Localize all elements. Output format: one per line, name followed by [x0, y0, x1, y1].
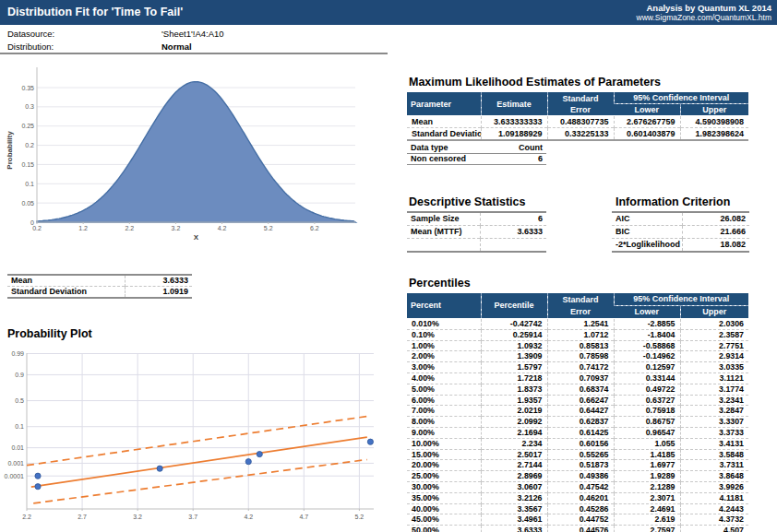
std-line2: Error	[552, 306, 610, 318]
percentiles-table: Percent Percentile Standard Error 95% Co…	[407, 293, 748, 532]
datatype-row: Non censored6	[407, 154, 546, 165]
cell: BIC	[612, 226, 682, 239]
cell: 1.982398624	[680, 128, 748, 141]
criterion-table: AIC26.082BIC21.666-2*Loglikelihood18.082	[612, 211, 749, 253]
cell: 2.0306	[680, 319, 748, 330]
density-area	[37, 82, 355, 222]
cell: 4.3732	[680, 514, 748, 526]
y-tick-label: 0.3	[25, 103, 34, 110]
cell: 0.74172	[547, 362, 614, 373]
cell: 2.0992	[481, 417, 547, 428]
cell: 0.10%	[407, 329, 481, 340]
cell: 1.6977	[614, 460, 680, 471]
y-tick-label: 0.9	[15, 372, 24, 378]
mle-row: Mean3.6333333330.4883077352.6762677594.5…	[407, 116, 748, 128]
col-header-percent: Percent	[407, 293, 481, 319]
percentile-row: 30.00%3.06070.475422.12893.9926	[407, 481, 748, 492]
cell: 2.1289	[614, 481, 680, 492]
cell: Mean	[7, 275, 125, 287]
probability-plot-heading: Probability Plot	[7, 327, 92, 340]
col-header-estimate: Estimate	[481, 92, 547, 116]
cell: 0.010%	[407, 319, 481, 330]
data-point	[257, 452, 262, 457]
cell: 1.8373	[481, 384, 547, 395]
cell	[480, 239, 546, 253]
col-header-upper: Upper	[680, 104, 748, 116]
descriptive-row: Sample Size6	[407, 212, 546, 226]
percentile-row: 3.00%1.57970.741720.125973.0335	[407, 362, 748, 373]
criterion-row: AIC26.082	[612, 212, 749, 226]
x-tick-label: 2.7	[78, 514, 87, 520]
col-header-parameter: Parameter	[407, 92, 481, 116]
cell: Sample Size	[407, 212, 480, 226]
x-tick-label: 5.2	[264, 225, 273, 231]
cell: 0.49386	[547, 471, 614, 482]
x-tick-label: 2.2	[125, 225, 134, 231]
cell: 1.2541	[547, 319, 614, 330]
cell: 3.633333333	[481, 116, 547, 128]
cell: 1.5797	[481, 362, 547, 373]
percentile-row: 45.00%3.49610.447522.6194.3732	[407, 514, 748, 526]
cell: 2.7597	[614, 526, 680, 532]
cell: 2.8969	[481, 471, 547, 482]
x-tick-label: 4.2	[218, 225, 227, 231]
y-tick-label: 0.99	[11, 350, 24, 357]
y-tick-label: 0.1	[25, 181, 34, 187]
percentile-row: 50.00%3.63330.445762.75974.507	[407, 526, 748, 532]
cell: 4.2443	[680, 503, 748, 514]
x-tick-label: 0.2	[32, 225, 42, 231]
criterion-row: -2*Loglikelihood18.082	[612, 239, 749, 253]
cell: 3.4961	[481, 514, 547, 526]
datasource-value: 'Sheet1'!A4:A10	[161, 29, 224, 39]
cell: 9.00%	[407, 427, 481, 438]
cell: 3.9926	[680, 481, 748, 492]
cell: 5.00%	[407, 384, 481, 395]
prob-ci-upper	[27, 417, 367, 466]
percentile-row: 40.00%3.35670.452862.46914.2443	[407, 503, 748, 514]
cell: 26.082	[682, 212, 749, 226]
y-tick-label: 0.0001	[5, 473, 25, 479]
cell: 2.5017	[481, 449, 547, 460]
cell: 0.47542	[547, 481, 614, 492]
data-point	[35, 473, 41, 479]
col-header-standard-error: Standard Error	[547, 92, 614, 116]
cell: 0.68374	[547, 384, 614, 395]
cell: 0.33225133	[547, 128, 614, 141]
col-header-lower: Lower	[614, 104, 680, 116]
cell: Non censored	[407, 154, 495, 165]
cell	[407, 239, 480, 253]
y-tick-label: 0.15	[21, 161, 34, 168]
datatype-header: Data type	[407, 143, 495, 154]
cell: 1.00%	[407, 340, 481, 351]
cell: 3.3567	[481, 503, 547, 514]
std-line1: Standard	[552, 93, 610, 104]
data-point	[367, 439, 373, 444]
mle-table-header: Parameter Estimate Standard Error 95% Co…	[407, 92, 748, 116]
col-header-lower: Lower	[614, 306, 680, 319]
cell: 35.00%	[407, 492, 481, 503]
cell: 2.676267759	[614, 116, 680, 128]
cell: 18.082	[682, 239, 749, 253]
descriptive-table: Sample Size6Mean (MTTF)3.6333	[407, 211, 546, 253]
x-tick-label: 3.2	[133, 514, 142, 520]
prob-ci-lower	[33, 459, 367, 502]
cell: 0.488307735	[547, 116, 614, 128]
cell: 6	[495, 154, 546, 165]
cell: 3.6333	[481, 526, 547, 532]
cell: 1.7218	[481, 372, 547, 384]
param-row: Mean3.6333	[7, 275, 192, 287]
std-line1: Standard	[552, 294, 610, 306]
cell: 2.234	[481, 438, 547, 449]
cell: 3.00%	[407, 362, 481, 373]
mle-table: Parameter Estimate Standard Error 95% Co…	[407, 92, 748, 141]
cell: 20.00%	[407, 460, 481, 471]
divider	[0, 53, 388, 54]
y-tick-label: 0.35	[21, 85, 34, 91]
cell: 0.86757	[614, 417, 680, 428]
y-tick-label: 0.25	[21, 123, 34, 129]
cell: 0.85813	[547, 340, 614, 351]
percentile-row: 5.00%1.83730.683740.497223.1774	[407, 384, 748, 395]
cell: 0.46201	[547, 492, 614, 503]
cell: 7.00%	[407, 406, 481, 417]
cell: -2*Loglikelihood	[612, 239, 682, 253]
